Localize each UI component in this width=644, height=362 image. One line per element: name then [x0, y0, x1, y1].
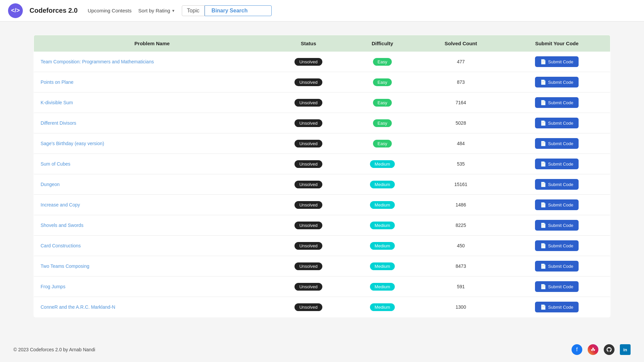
problem-name[interactable]: Frog Jumps [34, 277, 270, 297]
problem-name[interactable]: Team Composition: Programmers and Mathem… [34, 52, 270, 72]
github-icon[interactable] [604, 344, 614, 355]
status-badge: Unsolved [294, 99, 322, 107]
header: </> Codeforces 2.0 Upcoming Contests Sor… [0, 0, 644, 21]
problem-solved-count: 1486 [418, 195, 503, 215]
dropdown-arrow-icon: ▼ [171, 9, 175, 13]
file-icon: 📄 [540, 182, 546, 187]
problem-name[interactable]: K-divisible Sum [34, 93, 270, 113]
submit-code-cell: 📄 Submit Code [503, 154, 610, 174]
submit-code-cell: 📄 Submit Code [503, 133, 610, 154]
problem-solved-count: 591 [418, 277, 503, 297]
problem-solved-count: 8225 [418, 215, 503, 236]
instagram-icon[interactable]: ☘ [588, 344, 598, 355]
submit-code-button[interactable]: 📄 Submit Code [535, 77, 579, 87]
problem-status: Unsolved [270, 93, 347, 113]
difficulty-badge: Easy [373, 140, 392, 147]
difficulty-badge: Medium [370, 181, 395, 188]
submit-code-button[interactable]: 📄 Submit Code [535, 179, 579, 190]
problem-status: Unsolved [270, 236, 347, 256]
problem-solved-count: 5028 [418, 113, 503, 133]
submit-code-button[interactable]: 📄 Submit Code [535, 240, 579, 251]
search-input[interactable]: Binary Search [205, 5, 272, 16]
file-icon: 📄 [540, 243, 546, 248]
submit-label: Submit Code [548, 202, 573, 207]
problem-name[interactable]: Sum of Cubes [34, 154, 270, 174]
col-submit-code: Submit Your Code [503, 35, 610, 52]
submit-code-cell: 📄 Submit Code [503, 195, 610, 215]
problem-name[interactable]: Different Divisors [34, 113, 270, 133]
table-row: K-divisible Sum Unsolved Easy 7164 📄 Sub… [34, 93, 610, 113]
submit-code-button[interactable]: 📄 Submit Code [535, 220, 579, 231]
status-badge: Unsolved [294, 242, 322, 250]
submit-code-button[interactable]: 📄 Submit Code [535, 199, 579, 210]
problem-difficulty: Easy [346, 72, 418, 93]
topic-search-group: Topic Binary Search [182, 5, 271, 16]
file-icon: 📄 [540, 263, 546, 269]
problem-difficulty: Easy [346, 113, 418, 133]
table-row: Sage's Birthday (easy version) Unsolved … [34, 133, 610, 154]
submit-label: Submit Code [548, 284, 573, 289]
difficulty-badge: Easy [373, 58, 392, 66]
table-row: Sum of Cubes Unsolved Medium 535 📄 Submi… [34, 154, 610, 174]
submit-code-button[interactable]: 📄 Submit Code [535, 281, 579, 292]
status-badge: Unsolved [294, 262, 322, 270]
nav-upcoming-contests[interactable]: Upcoming Contests [88, 8, 131, 13]
submit-code-button[interactable]: 📄 Submit Code [535, 159, 579, 169]
problem-difficulty: Easy [346, 93, 418, 113]
problem-solved-count: 8473 [418, 256, 503, 277]
problem-difficulty: Easy [346, 52, 418, 72]
linkedin-icon[interactable]: in [620, 344, 631, 355]
problem-name[interactable]: Two Teams Composing [34, 256, 270, 277]
problem-name[interactable]: Dungeon [34, 174, 270, 195]
submit-code-button[interactable]: 📄 Submit Code [535, 302, 579, 312]
table-row: Team Composition: Programmers and Mathem… [34, 52, 610, 72]
problem-difficulty: Medium [346, 154, 418, 174]
problem-difficulty: Medium [346, 297, 418, 317]
submit-label: Submit Code [548, 243, 573, 248]
problem-name[interactable]: Shovels and Swords [34, 215, 270, 236]
status-badge: Unsolved [294, 222, 322, 229]
submit-label: Submit Code [548, 100, 573, 105]
problem-name[interactable]: Sage's Birthday (easy version) [34, 133, 270, 154]
difficulty-badge: Medium [370, 222, 395, 229]
problem-difficulty: Medium [346, 236, 418, 256]
problem-solved-count: 7164 [418, 93, 503, 113]
submit-code-button[interactable]: 📄 Submit Code [535, 97, 579, 108]
submit-code-button[interactable]: 📄 Submit Code [535, 56, 579, 67]
difficulty-badge: Medium [370, 283, 395, 291]
submit-code-button[interactable]: 📄 Submit Code [535, 261, 579, 272]
problem-difficulty: Medium [346, 195, 418, 215]
col-problem-name: Problem Name [34, 35, 270, 52]
facebook-icon[interactable]: f [572, 344, 582, 355]
submit-code-button[interactable]: 📄 Submit Code [535, 118, 579, 128]
submit-label: Submit Code [548, 305, 573, 310]
file-icon: 📄 [540, 161, 546, 167]
sort-dropdown[interactable]: Sort by Rating ▼ [138, 8, 175, 13]
problem-solved-count: 535 [418, 154, 503, 174]
table-row: Increase and Copy Unsolved Medium 1486 📄… [34, 195, 610, 215]
difficulty-badge: Easy [373, 99, 392, 107]
problems-table: Problem Name Status Difficulty Solved Co… [34, 35, 610, 317]
difficulty-badge: Medium [370, 201, 395, 209]
problem-difficulty: Medium [346, 215, 418, 236]
footer: © 2023 Codeforces 2.0 by Arnab Nandi f ☘… [0, 338, 644, 362]
submit-code-cell: 📄 Submit Code [503, 277, 610, 297]
submit-label: Submit Code [548, 264, 573, 269]
status-badge: Unsolved [294, 181, 322, 188]
problem-status: Unsolved [270, 133, 347, 154]
problem-name[interactable]: Card Constructions [34, 236, 270, 256]
problem-status: Unsolved [270, 72, 347, 93]
problem-name[interactable]: ConneR and the A.R.C. Markland-N [34, 297, 270, 317]
problem-solved-count: 450 [418, 236, 503, 256]
submit-label: Submit Code [548, 80, 573, 85]
problem-name[interactable]: Points on Plane [34, 72, 270, 93]
problem-status: Unsolved [270, 297, 347, 317]
submit-code-button[interactable]: 📄 Submit Code [535, 138, 579, 149]
problem-name[interactable]: Increase and Copy [34, 195, 270, 215]
file-icon: 📄 [540, 59, 546, 64]
file-icon: 📄 [540, 79, 546, 85]
submit-label: Submit Code [548, 141, 573, 146]
status-badge: Unsolved [294, 283, 322, 291]
table-row: Points on Plane Unsolved Easy 873 📄 Subm… [34, 72, 610, 93]
problem-status: Unsolved [270, 195, 347, 215]
